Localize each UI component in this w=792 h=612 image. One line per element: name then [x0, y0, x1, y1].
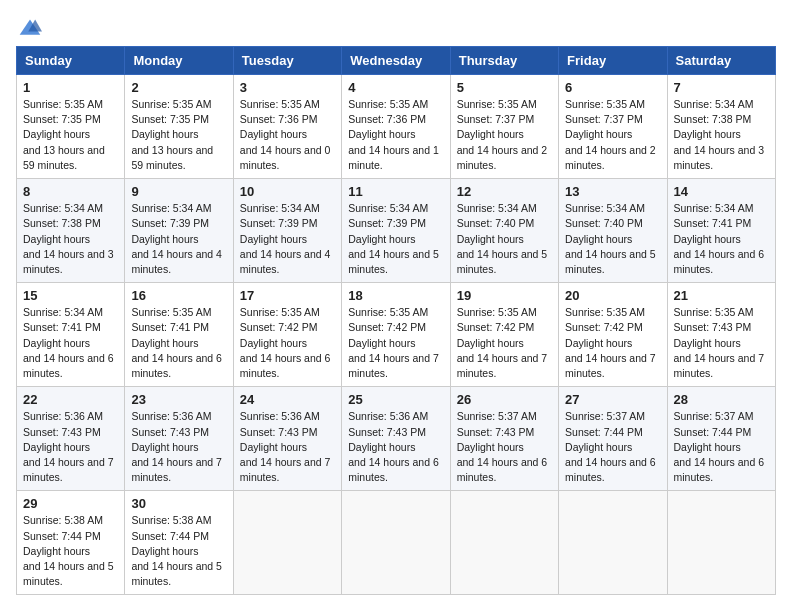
page-header	[16, 16, 776, 36]
sunrise-label: Sunrise: 5:35 AM	[565, 98, 645, 110]
sunrise-label: Sunrise: 5:35 AM	[131, 306, 211, 318]
day-number: 20	[565, 288, 660, 303]
weekday-header: Monday	[125, 47, 233, 75]
sunrise-label: Sunrise: 5:35 AM	[457, 306, 537, 318]
daylight-duration: and 14 hours and 6 minutes.	[131, 352, 222, 379]
sunset-label: Sunset: 7:41 PM	[674, 217, 752, 229]
sunset-label: Sunset: 7:38 PM	[23, 217, 101, 229]
daylight-label: Daylight hours	[348, 337, 415, 349]
day-number: 28	[674, 392, 769, 407]
daylight-duration: and 14 hours and 5 minutes.	[131, 560, 222, 587]
sunrise-label: Sunrise: 5:34 AM	[131, 202, 211, 214]
calendar-cell: 16 Sunrise: 5:35 AM Sunset: 7:41 PM Dayl…	[125, 283, 233, 387]
sunset-label: Sunset: 7:44 PM	[131, 530, 209, 542]
calendar-cell: 15 Sunrise: 5:34 AM Sunset: 7:41 PM Dayl…	[17, 283, 125, 387]
calendar-week-row: 1 Sunrise: 5:35 AM Sunset: 7:35 PM Dayli…	[17, 75, 776, 179]
calendar-cell: 27 Sunrise: 5:37 AM Sunset: 7:44 PM Dayl…	[559, 387, 667, 491]
day-number: 4	[348, 80, 443, 95]
logo	[16, 16, 42, 36]
cell-content: Sunrise: 5:38 AM Sunset: 7:44 PM Dayligh…	[131, 513, 226, 589]
daylight-duration: and 14 hours and 6 minutes.	[23, 352, 114, 379]
daylight-label: Daylight hours	[674, 233, 741, 245]
day-number: 23	[131, 392, 226, 407]
calendar-cell: 20 Sunrise: 5:35 AM Sunset: 7:42 PM Dayl…	[559, 283, 667, 387]
cell-content: Sunrise: 5:35 AM Sunset: 7:42 PM Dayligh…	[240, 305, 335, 381]
calendar-week-row: 22 Sunrise: 5:36 AM Sunset: 7:43 PM Dayl…	[17, 387, 776, 491]
calendar-cell: 1 Sunrise: 5:35 AM Sunset: 7:35 PM Dayli…	[17, 75, 125, 179]
daylight-label: Daylight hours	[674, 441, 741, 453]
daylight-label: Daylight hours	[457, 233, 524, 245]
sunset-label: Sunset: 7:41 PM	[23, 321, 101, 333]
cell-content: Sunrise: 5:34 AM Sunset: 7:41 PM Dayligh…	[23, 305, 118, 381]
day-number: 29	[23, 496, 118, 511]
sunrise-label: Sunrise: 5:35 AM	[23, 98, 103, 110]
calendar-cell: 17 Sunrise: 5:35 AM Sunset: 7:42 PM Dayl…	[233, 283, 341, 387]
day-number: 9	[131, 184, 226, 199]
daylight-label: Daylight hours	[674, 337, 741, 349]
daylight-duration: and 14 hours and 5 minutes.	[23, 560, 114, 587]
cell-content: Sunrise: 5:35 AM Sunset: 7:36 PM Dayligh…	[240, 97, 335, 173]
cell-content: Sunrise: 5:37 AM Sunset: 7:43 PM Dayligh…	[457, 409, 552, 485]
day-number: 25	[348, 392, 443, 407]
sunrise-label: Sunrise: 5:35 AM	[240, 306, 320, 318]
calendar-cell: 29 Sunrise: 5:38 AM Sunset: 7:44 PM Dayl…	[17, 491, 125, 595]
daylight-label: Daylight hours	[348, 233, 415, 245]
calendar-week-row: 29 Sunrise: 5:38 AM Sunset: 7:44 PM Dayl…	[17, 491, 776, 595]
sunrise-label: Sunrise: 5:36 AM	[131, 410, 211, 422]
sunrise-label: Sunrise: 5:35 AM	[348, 306, 428, 318]
calendar-cell: 6 Sunrise: 5:35 AM Sunset: 7:37 PM Dayli…	[559, 75, 667, 179]
daylight-duration: and 14 hours and 4 minutes.	[240, 248, 331, 275]
day-number: 16	[131, 288, 226, 303]
sunrise-label: Sunrise: 5:38 AM	[23, 514, 103, 526]
day-number: 10	[240, 184, 335, 199]
cell-content: Sunrise: 5:35 AM Sunset: 7:37 PM Dayligh…	[457, 97, 552, 173]
calendar-cell	[233, 491, 341, 595]
cell-content: Sunrise: 5:34 AM Sunset: 7:41 PM Dayligh…	[674, 201, 769, 277]
calendar-cell: 26 Sunrise: 5:37 AM Sunset: 7:43 PM Dayl…	[450, 387, 558, 491]
daylight-duration: and 14 hours and 4 minutes.	[131, 248, 222, 275]
sunrise-label: Sunrise: 5:37 AM	[565, 410, 645, 422]
weekday-header: Tuesday	[233, 47, 341, 75]
calendar-cell: 13 Sunrise: 5:34 AM Sunset: 7:40 PM Dayl…	[559, 179, 667, 283]
sunset-label: Sunset: 7:40 PM	[565, 217, 643, 229]
daylight-label: Daylight hours	[565, 337, 632, 349]
day-number: 27	[565, 392, 660, 407]
daylight-label: Daylight hours	[565, 233, 632, 245]
sunrise-label: Sunrise: 5:35 AM	[565, 306, 645, 318]
calendar-cell: 14 Sunrise: 5:34 AM Sunset: 7:41 PM Dayl…	[667, 179, 775, 283]
sunset-label: Sunset: 7:42 PM	[457, 321, 535, 333]
day-number: 11	[348, 184, 443, 199]
daylight-duration: and 14 hours and 2 minutes.	[565, 144, 656, 171]
sunset-label: Sunset: 7:44 PM	[565, 426, 643, 438]
sunset-label: Sunset: 7:37 PM	[565, 113, 643, 125]
daylight-label: Daylight hours	[565, 128, 632, 140]
calendar-cell: 25 Sunrise: 5:36 AM Sunset: 7:43 PM Dayl…	[342, 387, 450, 491]
day-number: 3	[240, 80, 335, 95]
calendar-cell: 9 Sunrise: 5:34 AM Sunset: 7:39 PM Dayli…	[125, 179, 233, 283]
daylight-duration: and 13 hours and 59 minutes.	[23, 144, 105, 171]
sunset-label: Sunset: 7:39 PM	[348, 217, 426, 229]
day-number: 8	[23, 184, 118, 199]
cell-content: Sunrise: 5:36 AM Sunset: 7:43 PM Dayligh…	[240, 409, 335, 485]
daylight-label: Daylight hours	[131, 545, 198, 557]
cell-content: Sunrise: 5:35 AM Sunset: 7:42 PM Dayligh…	[457, 305, 552, 381]
sunrise-label: Sunrise: 5:36 AM	[23, 410, 103, 422]
calendar-cell: 18 Sunrise: 5:35 AM Sunset: 7:42 PM Dayl…	[342, 283, 450, 387]
cell-content: Sunrise: 5:34 AM Sunset: 7:40 PM Dayligh…	[457, 201, 552, 277]
sunrise-label: Sunrise: 5:36 AM	[348, 410, 428, 422]
calendar-table: SundayMondayTuesdayWednesdayThursdayFrid…	[16, 46, 776, 595]
daylight-duration: and 14 hours and 5 minutes.	[457, 248, 548, 275]
sunset-label: Sunset: 7:43 PM	[23, 426, 101, 438]
daylight-label: Daylight hours	[240, 337, 307, 349]
day-number: 2	[131, 80, 226, 95]
daylight-duration: and 14 hours and 7 minutes.	[240, 456, 331, 483]
cell-content: Sunrise: 5:36 AM Sunset: 7:43 PM Dayligh…	[131, 409, 226, 485]
daylight-duration: and 14 hours and 6 minutes.	[240, 352, 331, 379]
daylight-duration: and 14 hours and 7 minutes.	[348, 352, 439, 379]
sunset-label: Sunset: 7:42 PM	[348, 321, 426, 333]
day-number: 5	[457, 80, 552, 95]
sunset-label: Sunset: 7:41 PM	[131, 321, 209, 333]
cell-content: Sunrise: 5:35 AM Sunset: 7:42 PM Dayligh…	[348, 305, 443, 381]
daylight-label: Daylight hours	[131, 337, 198, 349]
sunset-label: Sunset: 7:38 PM	[674, 113, 752, 125]
